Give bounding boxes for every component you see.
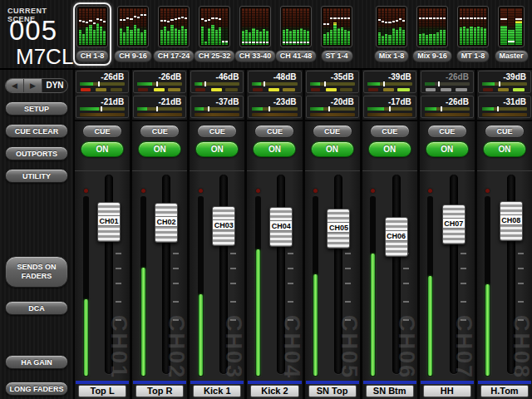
tab-st-1-4[interactable]: ST 1-4 bbox=[318, 2, 356, 66]
cue-button[interactable]: CUE bbox=[254, 125, 294, 138]
channel-name-plate[interactable]: HH bbox=[423, 385, 471, 397]
utility-button[interactable]: UTILITY bbox=[5, 169, 68, 183]
sends-on-faders-button[interactable]: SENDS ON FADERS bbox=[5, 256, 68, 288]
tab-label: CH 41-48 bbox=[275, 50, 318, 62]
meter-column bbox=[323, 8, 326, 45]
gr-segment bbox=[138, 88, 148, 91]
fader-cap[interactable]: CH07 bbox=[442, 204, 466, 244]
fader-cap[interactable]: CH06 bbox=[385, 217, 408, 257]
channel-on-button[interactable]: ON bbox=[426, 141, 469, 157]
channel-on-button[interactable]: ON bbox=[138, 141, 181, 157]
long-faders-button[interactable]: LONG FADERS bbox=[5, 382, 68, 396]
fader-position-dash bbox=[263, 42, 265, 43]
fader-track[interactable] bbox=[334, 175, 342, 374]
fader-cap[interactable]: CH08 bbox=[500, 201, 523, 241]
gain-reduction-segments bbox=[482, 88, 527, 91]
cue-clear-button[interactable]: CUE CLEAR bbox=[5, 124, 68, 138]
cue-button[interactable]: CUE bbox=[140, 125, 180, 138]
threshold-meter bbox=[252, 82, 297, 86]
channel-on-button[interactable]: ON bbox=[483, 141, 526, 157]
channel-name-plate[interactable]: Top L bbox=[78, 385, 126, 397]
setup-button[interactable]: SETUP bbox=[5, 101, 68, 116]
fader-area: CH02CH02 bbox=[132, 166, 187, 381]
meter-bar bbox=[436, 32, 439, 45]
fader-area: CH01CH01 bbox=[75, 166, 130, 381]
meter-fill bbox=[310, 82, 321, 86]
tab-ch-25-32[interactable]: CH 25-32 bbox=[195, 2, 234, 66]
channel-name-plate[interactable]: SN Top bbox=[308, 385, 357, 397]
channel-on-button[interactable]: ON bbox=[81, 141, 124, 157]
tab-ch-33-40[interactable]: CH 33-40 bbox=[236, 2, 274, 66]
fader-cap[interactable]: CH03 bbox=[212, 206, 235, 246]
meter-column bbox=[137, 8, 140, 45]
cue-button[interactable]: CUE bbox=[427, 125, 467, 138]
cue-button[interactable]: CUE bbox=[370, 125, 410, 138]
channel-strips: -26dB-21dBCUEONCH01CH01Top L-26dB-21dBCU… bbox=[73, 70, 532, 399]
gr-segment-bar bbox=[482, 113, 527, 116]
threshold-db-label: -39dB bbox=[503, 72, 526, 81]
cue-button[interactable]: CUE bbox=[82, 125, 122, 138]
tab-ch-1-8[interactable]: CH 1-8 bbox=[73, 2, 111, 66]
fader-cap-label: CH02 bbox=[155, 216, 177, 227]
level-meter-track bbox=[485, 196, 490, 377]
tab-ch-41-48[interactable]: CH 41-48 bbox=[277, 2, 315, 66]
fader-cap[interactable]: CH02 bbox=[155, 203, 178, 243]
outports-button[interactable]: OUTPORTS bbox=[5, 146, 68, 160]
fader-position-dash bbox=[508, 41, 515, 42]
channel-on-button[interactable]: ON bbox=[253, 141, 296, 157]
channel-name-plate[interactable]: Kick 2 bbox=[250, 385, 298, 397]
meter-bar bbox=[333, 25, 336, 45]
fader-scale-tick bbox=[230, 319, 236, 321]
tab-mix-1-8[interactable]: Mix 1-8 bbox=[372, 2, 411, 66]
fader-position-dash bbox=[470, 17, 472, 19]
meter-bar bbox=[208, 28, 210, 45]
channel-name-plate[interactable]: Kick 1 bbox=[193, 385, 241, 397]
tab-ch-9-16[interactable]: CH 9-16 bbox=[114, 2, 152, 66]
next-arrow-button[interactable]: ▶ bbox=[24, 79, 42, 92]
tab-label: Master bbox=[495, 50, 529, 62]
meter-column bbox=[460, 8, 462, 45]
prev-arrow-button[interactable]: ◀ bbox=[6, 79, 24, 92]
divider bbox=[477, 170, 532, 171]
channel-name-plate[interactable]: SN Btm bbox=[366, 385, 414, 397]
gain-reduction-segments bbox=[425, 88, 470, 91]
fader-cap[interactable]: CH01 bbox=[97, 202, 121, 242]
meter-bar bbox=[123, 32, 126, 45]
ha-gain-button[interactable]: HA GAIN bbox=[5, 355, 68, 369]
console-name: M7CL bbox=[16, 44, 73, 70]
meter-column bbox=[96, 8, 99, 45]
channel-name-plate[interactable]: Top R bbox=[135, 385, 184, 397]
dca-button[interactable]: DCA bbox=[5, 301, 68, 315]
cue-button[interactable]: CUE bbox=[197, 125, 237, 138]
meter-column bbox=[86, 8, 88, 45]
tab-mt-1-8[interactable]: MT 1-8 bbox=[454, 2, 492, 66]
cue-button[interactable]: CUE bbox=[313, 125, 352, 138]
fader-cap[interactable]: CH05 bbox=[327, 209, 350, 249]
meter-column bbox=[508, 8, 515, 45]
fader-track[interactable] bbox=[219, 175, 228, 374]
tab-ch-17-24[interactable]: CH 17-24 bbox=[155, 2, 193, 66]
channel-name-plate[interactable]: H.Tom bbox=[480, 385, 529, 397]
gr-segment bbox=[441, 88, 451, 91]
channel-on-button[interactable]: ON bbox=[368, 141, 411, 157]
channel-on-button[interactable]: ON bbox=[195, 141, 239, 157]
tab-master[interactable]: Master bbox=[495, 2, 528, 66]
bank-mini-meter bbox=[280, 6, 312, 47]
fader-scale-tick bbox=[403, 268, 409, 269]
level-meter-fill bbox=[428, 276, 432, 376]
tab-mix-9-16[interactable]: Mix 9-16 bbox=[413, 2, 451, 66]
fader-track[interactable] bbox=[392, 175, 401, 374]
meter-column bbox=[382, 8, 384, 45]
threshold-db-label: -26dB bbox=[446, 97, 469, 106]
fader-track[interactable] bbox=[277, 175, 285, 374]
meter-bar bbox=[201, 27, 204, 45]
meter-bar bbox=[443, 30, 446, 45]
channel-on-button[interactable]: ON bbox=[311, 141, 354, 157]
fader-cap[interactable]: CH04 bbox=[269, 207, 293, 247]
fader-position-dash bbox=[103, 21, 106, 22]
fader-cap-label: CH05 bbox=[328, 222, 349, 233]
fader-position-dash bbox=[402, 20, 405, 22]
cue-button[interactable]: CUE bbox=[485, 125, 525, 138]
fader-position-dash bbox=[140, 14, 143, 16]
level-meter-track bbox=[83, 196, 89, 377]
